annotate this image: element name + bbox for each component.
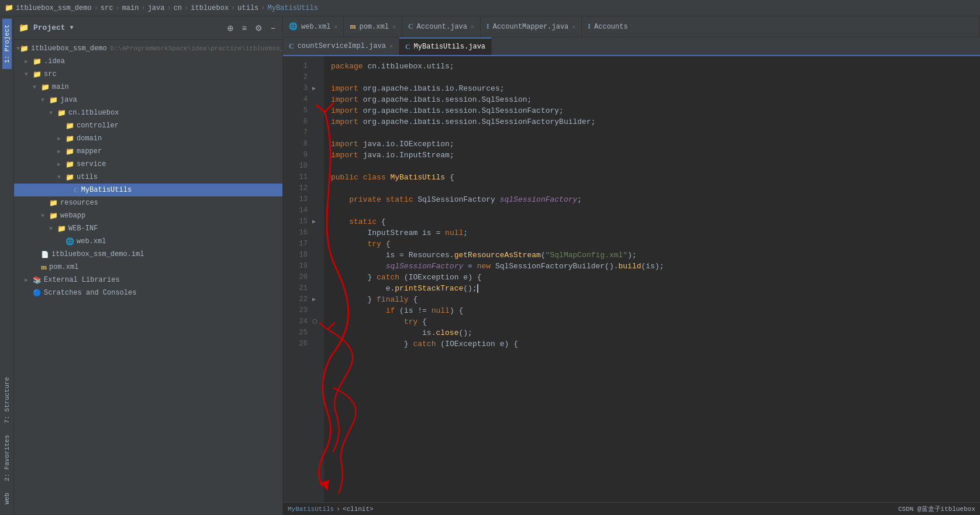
tab-webxml-label: web.xml [301, 23, 330, 31]
sidebar-title: Project [33, 23, 65, 32]
collapse-button[interactable]: ≡ [240, 22, 249, 34]
code-line-26: } catch (IOException e) { [331, 338, 980, 350]
folder-icon-resources: 📁 [49, 199, 58, 208]
code-line-15: static { [331, 216, 980, 227]
arrow-service: ▶ [57, 161, 65, 168]
folder-icon-controller: 📁 [65, 122, 74, 130]
status-right: CSDN @蓝盒子itbluebox [898, 504, 975, 513]
code-line-8: import java.io.IOException; [331, 139, 980, 150]
tree-item-iml[interactable]: 📄 itbluebox_ssm_demo.iml [14, 248, 282, 261]
folder-icon-src: 📁 [33, 70, 42, 79]
tree-item-webxml[interactable]: 🌐 web.xml [14, 235, 282, 248]
tree-item-extlibs[interactable]: ▶ 📚 External Libraries [14, 274, 282, 286]
tree-item-main[interactable]: ▼ 📁 main [14, 81, 282, 94]
arrow-mybatisutils [65, 187, 74, 193]
left-tab-structure[interactable]: 7: Structure [2, 371, 12, 429]
breadcrumb-item-5[interactable]: cn [174, 4, 182, 12]
breadcrumb-item-1[interactable]: itbluebox_ssm_demo [16, 4, 92, 12]
settings-button[interactable]: ⚙ [253, 22, 265, 34]
label-root: itbluebox_ssm_demo [31, 44, 107, 53]
tree-item-utils[interactable]: ▼ 📁 utils [14, 171, 282, 184]
arrow-utils: ▼ [57, 174, 65, 181]
folder-icon-webapp: 📁 [49, 212, 58, 220]
code-line-4: import org.apache.ibatis.session.SqlSess… [331, 94, 980, 105]
tab-pom[interactable]: m pom.xml ✕ [344, 16, 402, 37]
tree-item-root[interactable]: ▼ 📁 itbluebox_ssm_demo D:\AProgramWorkSp… [14, 42, 282, 55]
tab-account-close[interactable]: ✕ [471, 23, 474, 30]
arrow-webxml [57, 239, 65, 245]
tree-item-java[interactable]: ▼ 📁 java [14, 94, 282, 106]
code-line-13: private static SqlSessionFactory sqlSess… [331, 194, 980, 205]
folder-icon-idea: 📁 [33, 57, 42, 66]
arrow-resources [41, 200, 49, 206]
locate-button[interactable]: ⊕ [225, 22, 236, 34]
breadcrumb-item-6[interactable]: itbluebox [191, 4, 229, 12]
breadcrumb-item-7[interactable]: utils [237, 4, 258, 12]
code-content[interactable]: package cn.itbluebox.utils; import org.a… [324, 56, 980, 502]
tree-item-domain[interactable]: ▶ 📁 domain [14, 132, 282, 145]
code-editor[interactable]: 1 2 3 4 5 6 7 8 9 10 11 12 13 14 [283, 56, 980, 502]
tab-accounts-label: Accounts [594, 23, 628, 31]
label-webapp: webapp [60, 212, 85, 220]
class-icon-mybatisutils: C [74, 186, 79, 195]
tree-item-pom[interactable]: m pom.xml [14, 261, 282, 274]
dropdown-arrow-icon[interactable]: ▼ [70, 25, 74, 31]
left-tab-favorites[interactable]: 2: Favorites [2, 429, 12, 487]
tab-mybatisutils[interactable]: C MyBatisUtils.java [399, 37, 492, 55]
folder-icon-utils: 📁 [65, 173, 74, 182]
label-pom: pom.xml [49, 263, 78, 271]
left-tab-project[interactable]: 1: Project [2, 19, 12, 69]
tab-pom-label: pom.xml [359, 23, 388, 31]
breadcrumb-item-8[interactable]: MyBatisUtils [268, 4, 318, 12]
tree-item-webapp[interactable]: ▼ 📁 webapp [14, 209, 282, 222]
tree-item-cn[interactable]: ▼ 📁 cn.itbluebox [14, 106, 282, 119]
tree-item-src[interactable]: ▼ 📁 src [14, 68, 282, 81]
code-line-7 [331, 127, 980, 139]
breadcrumb-item-3[interactable]: main [122, 4, 139, 12]
tab-accountmapper-label: AccountMapper.java [493, 23, 569, 31]
code-line-3: import org.apache.ibatis.io.Resources; [331, 83, 980, 94]
label-src: src [44, 70, 57, 78]
tab-webxml-icon: 🌐 [289, 22, 298, 31]
code-line-25: is.close(); [331, 327, 980, 338]
tab-account[interactable]: C Account.java ✕ [402, 16, 481, 37]
tab-countservice[interactable]: C countServiceImpl.java ✕ [283, 37, 399, 55]
arrow-mapper: ▶ [57, 148, 65, 155]
code-line-11: public class MyBatisUtils { [331, 172, 980, 183]
tab-accountmapper-icon: I [486, 22, 489, 31]
breadcrumb-item-4[interactable]: java [148, 4, 165, 12]
arrow-java: ▼ [41, 97, 49, 103]
tab-countservice-close[interactable]: ✕ [389, 43, 393, 50]
gutter-icons: ▶ ▶ [312, 56, 324, 502]
line-numbers: 1 2 3 4 5 6 7 8 9 10 11 12 13 14 [283, 56, 312, 502]
left-tab-web[interactable]: Web [2, 487, 12, 510]
tab-countservice-icon: C [289, 42, 294, 51]
scratches-icon: 🔵 [33, 289, 42, 298]
close-sidebar-button[interactable]: − [268, 22, 278, 34]
arrow-idea: ▶ [25, 58, 33, 65]
tree-item-idea[interactable]: ▶ 📁 .idea [14, 55, 282, 68]
tab-webxml[interactable]: 🌐 web.xml ✕ [283, 16, 344, 37]
path-hint-root: D:\AProgramWorkSpace\idea\practice\itblu… [111, 45, 282, 52]
tab-countservice-label: countServiceImpl.java [298, 42, 386, 50]
tree-item-scratches[interactable]: 🔵 Scratches and Consoles [14, 286, 282, 299]
breadcrumb-item-2[interactable]: src [101, 4, 113, 12]
tree-item-mapper[interactable]: ▶ 📁 mapper [14, 145, 282, 158]
tab-mybatisutils-icon: C [405, 43, 410, 51]
tab-pom-close[interactable]: ✕ [392, 23, 396, 30]
tree-item-controller[interactable]: 📁 controller [14, 119, 282, 132]
tree-item-service[interactable]: ▶ 📁 service [14, 158, 282, 171]
arrow-main: ▼ [33, 84, 41, 91]
sidebar: 📁 Project ▼ ⊕ ≡ ⚙ − ▼ 📁 itbluebox_ssm_de… [14, 16, 283, 515]
tab-accounts[interactable]: I Accounts [582, 16, 980, 37]
tab-accountmapper-close[interactable]: ✕ [572, 23, 575, 30]
tree-item-mybatisutils[interactable]: C MyBatisUtils [14, 184, 282, 196]
code-line-12 [331, 183, 980, 194]
tree-item-resources[interactable]: 📁 resources [14, 196, 282, 209]
code-line-2 [331, 72, 980, 83]
code-line-14 [331, 205, 980, 216]
tab-webxml-close[interactable]: ✕ [334, 23, 337, 30]
tree-item-webinf[interactable]: ▼ 📁 WEB-INF [14, 222, 282, 235]
tab-accountmapper[interactable]: I AccountMapper.java ✕ [481, 16, 582, 37]
folder-icon-webinf: 📁 [57, 224, 66, 233]
